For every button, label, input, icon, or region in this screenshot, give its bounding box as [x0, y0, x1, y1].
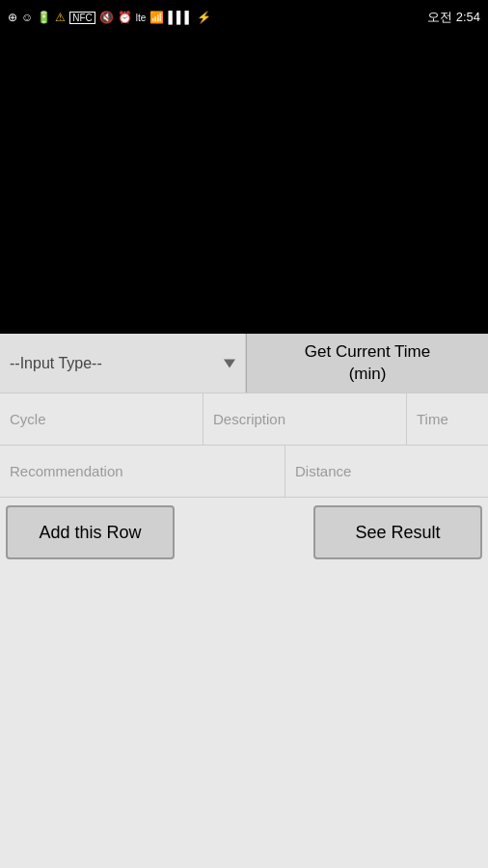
see-result-label: See Result	[355, 523, 440, 542]
status-left-icons: ⊕ ☺ 🔋 ⚠ NFC 🔇 ⏰ lte 📶 ▌▌▌ ⚡	[8, 11, 211, 24]
wifi-icon: 📶	[149, 11, 164, 24]
smiley-icon: ☺	[21, 11, 33, 24]
status-time: 오전 2:54	[427, 9, 480, 26]
fields-row-1	[0, 393, 488, 446]
cycle-input[interactable]	[0, 393, 203, 445]
time-input[interactable]	[407, 393, 488, 445]
bottom-area	[0, 567, 488, 868]
camera-preview-area	[0, 35, 488, 334]
buttons-row: Add this Row See Result	[0, 498, 488, 567]
alarm-icon: ⏰	[118, 11, 132, 24]
recommendation-input[interactable]	[0, 446, 285, 497]
volume-mute-icon: 🔇	[99, 11, 114, 24]
input-type-row: --Input Type-- Type 1 Type 2 Type 3 Get …	[0, 334, 488, 393]
status-bar: ⊕ ☺ 🔋 ⚠ NFC 🔇 ⏰ lte 📶 ▌▌▌ ⚡ 오전 2:54	[0, 0, 488, 35]
get-current-time-label: Get Current Time(min)	[305, 341, 430, 384]
nfc-label: NFC	[69, 12, 95, 24]
input-type-wrapper[interactable]: --Input Type-- Type 1 Type 2 Type 3	[0, 334, 246, 393]
description-input[interactable]	[203, 393, 407, 445]
warning-icon: ⚠	[55, 11, 66, 24]
distance-input[interactable]	[285, 446, 488, 497]
add-row-label: Add this Row	[39, 523, 141, 542]
charging-icon: ⚡	[197, 11, 211, 24]
add-row-button[interactable]: Add this Row	[6, 505, 175, 559]
lte-label: lte	[136, 13, 147, 23]
signal-icon: ▌▌▌	[168, 11, 193, 24]
battery-icon: 🔋	[37, 11, 51, 24]
status-right-time: 오전 2:54	[427, 9, 480, 26]
main-content: --Input Type-- Type 1 Type 2 Type 3 Get …	[0, 334, 488, 567]
see-result-button[interactable]: See Result	[313, 505, 482, 559]
input-type-select[interactable]: --Input Type-- Type 1 Type 2 Type 3	[10, 334, 235, 393]
fields-row-2	[0, 446, 488, 498]
add-icon: ⊕	[8, 11, 17, 24]
get-current-time-button[interactable]: Get Current Time(min)	[246, 334, 488, 393]
